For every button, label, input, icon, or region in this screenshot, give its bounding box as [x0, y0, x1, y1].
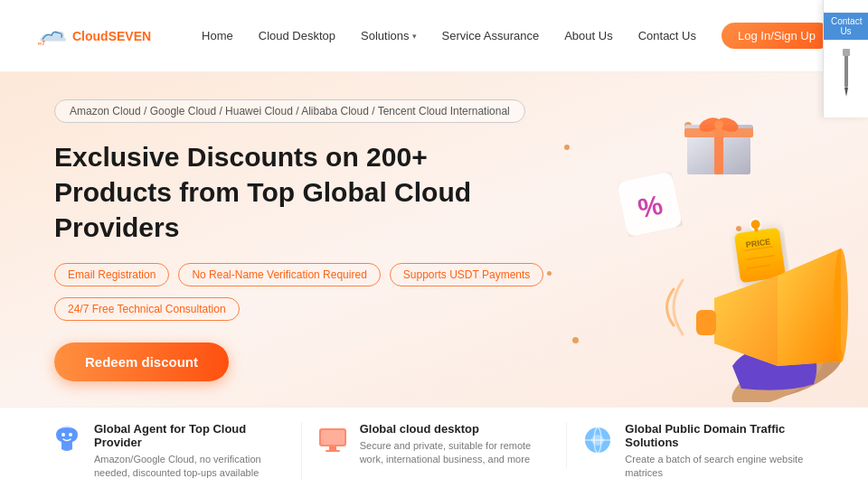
feature-agent-desc: Amazon/Google Cloud, no verification nee…: [94, 453, 287, 481]
svg-rect-0: [844, 52, 848, 88]
feature-card-agent: Global Agent for Top Cloud Provider Amaz…: [36, 422, 302, 481]
gift-box-illustration: [678, 99, 760, 181]
feature-agent-title: Global Agent for Top Cloud Provider: [94, 422, 287, 449]
hero-section: Amazon Cloud / Google Cloud / Huawei Clo…: [0, 72, 868, 407]
redeem-discount-button[interactable]: Redeem discount: [54, 343, 229, 381]
logo-text: CloudSEVEN: [72, 29, 151, 43]
svg-rect-24: [696, 310, 716, 335]
nav-item-home[interactable]: Home: [202, 29, 233, 42]
svg-point-11: [714, 120, 723, 129]
main-nav: Home Cloud Desktop Solutions ▾ Service A…: [202, 23, 832, 49]
svg-rect-8: [684, 128, 753, 137]
cloud-providers-bar: Amazon Cloud / Google Cloud / Huawei Clo…: [54, 99, 525, 123]
decor-dot-2: [564, 145, 570, 150]
megaphone-illustration: [660, 212, 859, 402]
tag-no-realname[interactable]: No Real-Name Verification Required: [178, 263, 380, 286]
nav-item-cloud-desktop[interactable]: Cloud Desktop: [259, 29, 335, 42]
svg-rect-2: [843, 49, 850, 56]
feature-desktop-title: Global cloud desktop: [360, 422, 552, 436]
side-panel-contact-button[interactable]: Contact Us: [824, 13, 868, 40]
svg-rect-32: [326, 450, 340, 452]
side-panel: Contact Us: [823, 0, 868, 117]
header: ∞7 CloudSEVEN Home Cloud Desktop Solutio…: [0, 0, 868, 72]
feature-agent-icon: [51, 424, 83, 456]
tag-consultation[interactable]: 24/7 Free Technical Consultation: [54, 297, 240, 321]
side-panel-pen-icon: [837, 47, 855, 105]
nav-item-solutions[interactable]: Solutions ▾: [361, 29, 416, 42]
decor-dot-4: [572, 337, 579, 343]
svg-point-23: [834, 249, 848, 362]
feature-traffic-desc: Create a batch of search engine website …: [625, 453, 817, 481]
feature-card-desktop: Global cloud desktop Secure and private,…: [302, 422, 568, 467]
feature-desktop-desc: Secure and private, suitable for remote …: [360, 439, 552, 467]
svg-rect-31: [329, 446, 336, 450]
feature-card-traffic: Global Public Domain Traffic Solutions C…: [567, 422, 832, 481]
feature-traffic-icon: [581, 424, 614, 456]
svg-rect-30: [321, 430, 344, 445]
nav-item-contact-us[interactable]: Contact Us: [638, 29, 696, 42]
login-signup-button[interactable]: Log In/Sign Up: [722, 23, 832, 49]
decor-dot-3: [547, 271, 552, 276]
logo-icon: ∞7: [36, 26, 69, 46]
tag-email-registration[interactable]: Email Registration: [54, 263, 169, 286]
svg-text:∞7: ∞7: [38, 39, 45, 45]
svg-marker-1: [844, 88, 848, 97]
feature-traffic-title: Global Public Domain Traffic Solutions: [625, 422, 817, 449]
solutions-chevron-icon: ▾: [412, 32, 417, 41]
hero-title: Exclusive Discounts on 200+ Products fro…: [54, 139, 579, 245]
nav-item-about-us[interactable]: About Us: [564, 29, 612, 42]
logo: ∞7 CloudSEVEN: [36, 26, 151, 46]
nav-item-service-assurance[interactable]: Service Assurance: [442, 29, 540, 42]
feature-desktop-icon: [316, 424, 349, 456]
svg-point-27: [69, 433, 72, 436]
svg-point-26: [61, 433, 65, 436]
bottom-features: Global Agent for Top Cloud Provider Amaz…: [0, 407, 868, 488]
tag-usdt-payments[interactable]: Supports USDT Payments: [390, 263, 544, 286]
